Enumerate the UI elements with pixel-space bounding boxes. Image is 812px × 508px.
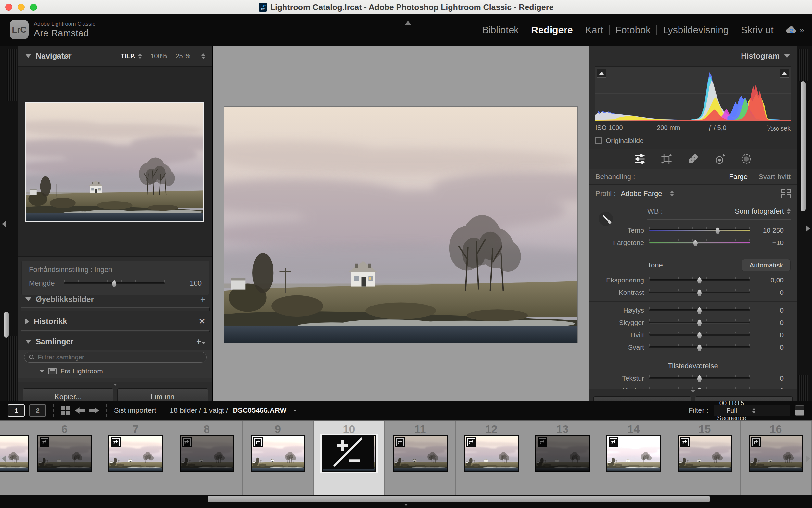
adjustments-badge-icon[interactable] [322,435,374,469]
collapse-navigator-icon[interactable] [25,54,31,58]
histogram-display[interactable] [595,66,791,121]
auto-tone-button[interactable]: Automatisk [742,259,791,271]
treatment-bw-option[interactable]: Svart-hvitt [758,173,791,181]
module-fotobok[interactable]: Fotobok [610,25,657,35]
filter-collections-input[interactable] [37,353,202,362]
add-snapshot-button[interactable]: + [200,295,205,304]
wb-eyedropper-icon[interactable] [596,209,615,227]
secondary-monitor-button[interactable]: 2 [29,404,46,417]
navigator-zoom-option[interactable]: 25 % [176,52,190,60]
temp-value[interactable]: 10 250 [755,226,784,234]
cloud-sync-icon[interactable] [785,25,798,35]
filmstrip-cell[interactable]: 6 ⇄ [29,421,100,495]
exposure-slider[interactable] [649,279,750,281]
collections-panel-header[interactable]: Samlinger + [18,333,212,350]
filmstrip-cell[interactable]: 14 ⇄ [598,421,669,495]
filter-toggle-switch[interactable] [795,405,804,416]
filename-dropdown-caret-icon[interactable] [293,410,297,412]
hide-left-panel-arrow-icon[interactable] [2,220,6,227]
shadow-clipping-indicator[interactable] [597,69,606,78]
whites-slider[interactable] [649,334,750,336]
filmstrip-scrollbar[interactable] [0,495,812,503]
selected-filename-label[interactable]: DSC05466.ARW [233,406,286,415]
texture-slider[interactable] [649,377,750,379]
navigator-header[interactable]: Navigatør TILP. 100% 25 % [18,45,212,66]
filmstrip-cell[interactable]: 8 ⇄ [172,421,243,495]
amount-slider[interactable] [64,283,165,284]
collection-badge-icon[interactable]: ⇄ [680,437,689,447]
hide-filmstrip-arrow-icon[interactable] [404,504,408,506]
red-eye-tool-icon[interactable] [714,153,726,165]
texture-value[interactable]: 0 [755,374,784,382]
collection-badge-icon[interactable]: ⇄ [395,437,405,447]
grid-view-icon[interactable] [61,406,70,415]
blacks-slider[interactable] [649,346,750,348]
collection-badge-icon[interactable]: ⇄ [751,437,761,447]
collection-badge-icon[interactable]: ⇄ [40,437,49,447]
previous-photo-arrow-icon[interactable] [75,407,85,414]
filter-preset-dropdown[interactable]: 00 LRT5 Full Sequence [714,405,790,416]
snapshots-panel-header[interactable]: Øyeblikksbilder + [18,295,212,306]
filmstrip-cell[interactable]: 7 ⇄ [100,421,172,495]
filmstrip-source-label[interactable]: Sist importert [114,406,156,415]
filmstrip-scroll-left-icon[interactable] [2,455,6,462]
profile-browser-icon[interactable] [781,189,791,198]
collection-badge-icon[interactable]: ⇄ [466,437,476,447]
history-panel-header[interactable]: Historikk ✕ [18,313,212,330]
overflow-chevrons-icon[interactable]: » [800,25,804,35]
collection-badge-icon[interactable]: ⇄ [253,437,263,447]
original-photo-checkbox[interactable] [595,137,602,144]
filmstrip-cell[interactable]: 15 ⇄ [669,421,741,495]
filmstrip-cell-selected[interactable]: 10 [314,421,385,495]
expand-history-icon[interactable] [25,319,29,324]
highlights-slider[interactable] [649,309,750,311]
right-panel-gutter[interactable] [797,45,812,401]
highlight-clipping-indicator[interactable] [780,69,789,78]
collapse-collections-icon[interactable] [25,340,31,344]
contrast-value[interactable]: 0 [755,289,784,296]
profile-stepper-icon[interactable] [670,191,674,196]
filmstrip-scrollbar-thumb[interactable] [208,496,710,502]
collection-badge-icon[interactable]: ⇄ [111,437,121,447]
tint-value[interactable]: −10 [755,239,784,247]
collection-badge-icon[interactable]: ⇄ [609,437,618,447]
blacks-value[interactable]: 0 [755,344,784,351]
collapse-histogram-icon[interactable] [784,54,790,58]
navigator-preview-image[interactable] [25,102,204,222]
filmstrip-cell[interactable]: 13 ⇄ [527,421,598,495]
next-photo-arrow-icon[interactable] [89,407,99,414]
collection-badge-icon[interactable]: ⇄ [182,437,192,447]
crop-tool-icon[interactable] [660,153,673,165]
clarity-value[interactable]: 0 [755,387,784,389]
exposure-value[interactable]: 0,00 [755,276,784,284]
histogram-header[interactable]: Histogram [589,45,797,66]
primary-monitor-button[interactable]: 1 [8,404,25,417]
filmstrip-cell[interactable]: 11 ⇄ [385,421,456,495]
filmstrip-scroll-right-icon[interactable] [806,455,810,462]
right-gutter-scrollbar[interactable] [801,81,806,211]
top-panel-reveal-arrow-icon[interactable] [405,21,411,25]
navigator-fit-option[interactable]: TILP. [121,52,142,60]
collection-root-item[interactable]: Fra Lightroom [18,365,212,378]
hide-right-panel-arrow-icon[interactable] [806,225,810,232]
temp-slider[interactable] [649,229,750,231]
basic-adjustments-tool-icon[interactable] [634,153,646,165]
module-lysbildevisning[interactable]: Lysbildevisning [657,25,734,35]
highlights-value[interactable]: 0 [755,306,784,314]
add-collection-button[interactable]: + [196,338,205,345]
collection-badge-icon[interactable]: ⇄ [537,437,547,447]
tint-slider[interactable] [649,242,750,244]
module-skriv-ut[interactable]: Skriv ut [735,25,779,35]
filmstrip-cell[interactable]: 12 ⇄ [456,421,527,495]
masking-tool-icon[interactable] [740,153,753,165]
collapse-snapshots-icon[interactable] [25,297,31,301]
collapse-collection-set-icon[interactable] [40,370,44,373]
main-photo[interactable] [224,107,577,343]
left-panel-gutter[interactable] [0,45,18,401]
wb-preset-dropdown[interactable]: Som fotografert [735,207,791,215]
profile-value[interactable]: Adobe Farge [621,189,662,198]
contrast-slider[interactable] [649,292,750,294]
module-redigere[interactable]: Redigere [525,25,578,35]
shadows-slider[interactable] [649,322,750,324]
filmstrip-cell[interactable]: 9 ⇄ [243,421,314,495]
